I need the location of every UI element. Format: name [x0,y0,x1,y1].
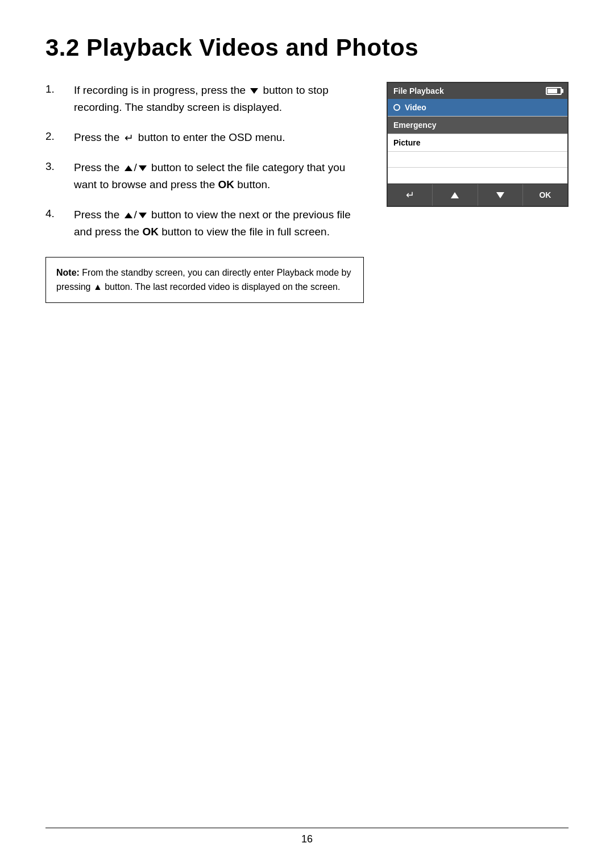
down-triangle-icon-2 [139,165,147,171]
battery-body [546,87,562,95]
ok-label-2: OK [142,226,159,238]
step-3: 3. Press the / button to select the file… [45,159,364,194]
step-4: 4. Press the / button to view the next o… [45,206,364,241]
emergency-label: Emergency [393,121,436,130]
step-1-text: If recording is in progress, press the b… [74,82,364,117]
picture-row[interactable]: Picture [388,134,567,152]
step-2-text: Press the ↵ button to enter the OSD menu… [74,129,285,147]
return-icon-1: ↵ [125,130,134,147]
ui-box-footer: ↵ OK [388,184,567,206]
file-playback-label: File Playback [393,86,444,95]
step-1-number: 1. [45,82,74,95]
down-triangle-icon-footer [496,192,504,198]
ui-box-header: File Playback [388,83,567,99]
battery-fill [547,89,557,93]
step-2: 2. Press the ↵ button to enter the OSD m… [45,129,364,147]
step-3-text: Press the / button to select the file ca… [74,159,364,194]
video-row[interactable]: Video [388,99,567,117]
return-icon-footer: ↵ [406,189,414,201]
radio-circle-video [393,104,400,111]
footer-down-button[interactable] [478,184,523,206]
ui-box-container: File Playback Video Emergency Picture [387,82,569,207]
step-1: 1. If recording is in progress, press th… [45,82,364,117]
emergency-row[interactable]: Emergency [388,117,567,134]
step-3-number: 3. [45,159,74,173]
step-4-number: 4. [45,206,74,220]
footer-ok-button[interactable]: OK [523,184,567,206]
down-triangle-icon-1 [250,88,258,94]
page-heading: 3.2 Playback Videos and Photos [45,34,569,61]
video-label: Video [405,103,426,112]
empty-row-2 [388,168,567,184]
up-triangle-icon-footer [451,192,459,198]
up-triangle-icon-2 [125,213,132,218]
down-triangle-icon-3 [139,213,147,218]
battery-icon [546,87,562,95]
up-triangle-icon-1 [125,165,132,171]
page-divider [45,828,569,828]
note-box: Note: From the standby screen, you can d… [45,257,364,303]
ok-label-footer: OK [539,190,551,200]
note-text: From the standby screen, you can directl… [56,268,351,292]
ok-label-1: OK [218,178,234,190]
step-2-number: 2. [45,129,74,143]
ui-box: File Playback Video Emergency Picture [387,82,569,207]
step-4-text: Press the / button to view the next or t… [74,206,364,241]
page-number: 16 [301,833,313,845]
footer-return-button[interactable]: ↵ [388,184,433,206]
content-area: 1. If recording is in progress, press th… [45,82,569,303]
empty-row-1 [388,152,567,168]
footer-up-button[interactable] [433,184,478,206]
picture-label: Picture [393,138,420,147]
note-bold-prefix: Note: [56,268,80,277]
steps-column: 1. If recording is in progress, press th… [45,82,364,303]
